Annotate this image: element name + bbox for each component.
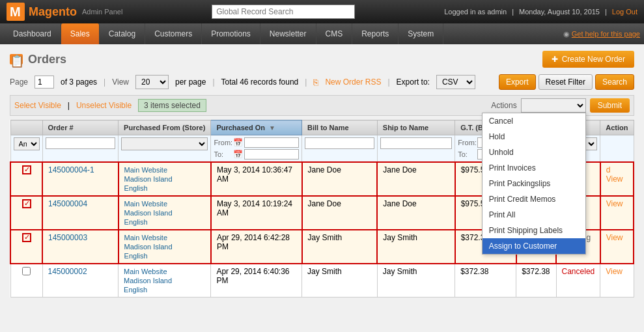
- search-button[interactable]: Search: [595, 74, 634, 90]
- th-purchased-from[interactable]: Purchased From (Store): [119, 120, 211, 135]
- action-print-shipping-labels[interactable]: Print Shipping Labels: [483, 223, 585, 238]
- select-visible-link[interactable]: Select Visible: [14, 101, 61, 110]
- action-assign-to-customer[interactable]: Assign to Customer: [483, 238, 585, 254]
- action-hold[interactable]: Hold: [483, 129, 585, 145]
- row3-checkbox[interactable]: [22, 233, 31, 242]
- page-title: Orders: [28, 53, 66, 66]
- row3-action: View: [600, 230, 634, 264]
- per-page-text: per page: [175, 77, 206, 87]
- filter-any-select[interactable]: Any: [14, 137, 40, 150]
- row4-date: Apr 29, 2014 6:40:36 PM: [211, 264, 302, 297]
- row2-store: Main WebsiteMadison IslandEnglish: [119, 196, 211, 230]
- unselect-visible-link[interactable]: Unselect Visible: [76, 101, 132, 110]
- row3-view-link[interactable]: View: [606, 233, 623, 242]
- nav-catalog[interactable]: Catalog: [100, 23, 145, 44]
- submit-button[interactable]: Submit: [590, 98, 630, 113]
- row4-action: View: [600, 264, 634, 297]
- logout-link[interactable]: Log Out: [612, 8, 637, 16]
- row4-status: Canceled: [556, 264, 600, 297]
- nav-newsletter[interactable]: Newsletter: [260, 23, 316, 44]
- filter-ship-input[interactable]: [380, 137, 452, 149]
- svg-text:M: M: [10, 5, 21, 19]
- row1-store-info: Main WebsiteMadison IslandEnglish: [124, 166, 173, 192]
- global-search-area: [122, 5, 444, 19]
- row4-view-link[interactable]: View: [606, 267, 623, 276]
- action-print-packingslips[interactable]: Print Packingslips: [483, 176, 585, 191]
- nav-bar: Dashboard Sales Catalog Customers Promot…: [0, 23, 644, 44]
- row3-bill: Jay Smith: [302, 230, 378, 264]
- from-cal-icon[interactable]: 📅: [233, 138, 243, 147]
- nav-sales[interactable]: Sales: [61, 23, 100, 44]
- action-print-invoices[interactable]: Print Invoices: [483, 160, 585, 176]
- filter-order-input[interactable]: [46, 137, 116, 149]
- actions-label: Actions: [491, 101, 516, 110]
- filter-bill-to: [302, 135, 378, 163]
- export-button[interactable]: Export: [499, 74, 536, 90]
- filter-from-date[interactable]: [244, 137, 299, 148]
- total-records-text: Total 46 records found: [221, 77, 299, 87]
- rss-link[interactable]: New Order RSS: [325, 77, 381, 87]
- row1-view-link[interactable]: d View: [606, 165, 623, 184]
- nav-dashboard[interactable]: Dashboard: [4, 23, 61, 44]
- th-ship-to[interactable]: Ship to Name: [377, 120, 455, 135]
- filter-bill-input[interactable]: [305, 137, 374, 149]
- action-unhold[interactable]: Unhold: [483, 145, 585, 160]
- row2-checkbox-cell: [10, 196, 42, 230]
- th-checkbox: [10, 120, 42, 135]
- action-print-credit-memos[interactable]: Print Credit Memos: [483, 191, 585, 207]
- th-purchased-on[interactable]: Purchased On ▼: [211, 120, 302, 135]
- row4-ship: Jay Smith: [377, 264, 455, 297]
- nav-promotions[interactable]: Promotions: [202, 23, 260, 44]
- action-cancel[interactable]: Cancel: [483, 113, 585, 129]
- th-order-num[interactable]: Order #: [42, 120, 119, 135]
- export-to-label: Export to:: [397, 77, 430, 87]
- row1-ship: Jane Doe: [377, 162, 455, 196]
- page-input[interactable]: [35, 76, 54, 89]
- export-format-select[interactable]: CSVExcel: [436, 75, 475, 89]
- section-title: 📋 Orders: [10, 53, 66, 66]
- nav-system[interactable]: System: [399, 23, 443, 44]
- row2-order-link[interactable]: 145000004: [48, 199, 87, 208]
- row1-bill: Jane Doe: [302, 162, 378, 196]
- orders-icon: 📋: [10, 54, 23, 64]
- row4-order-link[interactable]: 145000002: [48, 267, 87, 276]
- row3-order-link[interactable]: 145000003: [48, 233, 87, 242]
- row1-order-link[interactable]: 145000004-1: [48, 165, 94, 174]
- nav-customers[interactable]: Customers: [145, 23, 202, 44]
- row2-checkbox[interactable]: [22, 199, 31, 208]
- create-new-order-button[interactable]: ✚ Create New Order: [542, 51, 634, 68]
- actions-bar: Select Visible | Unselect Visible 3 item…: [10, 95, 634, 116]
- row4-order-num: 145000002: [42, 264, 119, 297]
- view-label: View: [112, 77, 129, 87]
- actions-select-wrapper: Cancel Hold Unhold Print Invoices Print …: [521, 98, 586, 113]
- filter-date: From: 📅 To: 📅: [211, 135, 302, 163]
- to-cal-icon[interactable]: 📅: [233, 150, 243, 159]
- separator: |: [512, 8, 514, 16]
- row3-checkbox-cell: [10, 230, 42, 264]
- global-search-input[interactable]: [212, 5, 355, 19]
- th-bill-to[interactable]: Bill to Name: [302, 120, 378, 135]
- row3-store-info: Main WebsiteMadison IslandEnglish: [124, 234, 173, 260]
- help-link[interactable]: Get help for this page: [572, 30, 640, 38]
- row3-order-num: 145000003: [42, 230, 119, 264]
- filter-store: [119, 135, 211, 163]
- actions-select[interactable]: [521, 98, 586, 113]
- row3-store: Main WebsiteMadison IslandEnglish: [119, 230, 211, 264]
- filter-store-select[interactable]: [121, 137, 208, 150]
- plus-icon: ✚: [552, 55, 558, 64]
- row1-checkbox[interactable]: [22, 165, 31, 174]
- row4-gt-base: $372.38: [455, 264, 516, 297]
- filter-checkbox-cell: Any: [10, 135, 42, 163]
- filter-to-date[interactable]: [244, 149, 299, 159]
- logo-text: Magento: [29, 5, 77, 19]
- reset-filter-button[interactable]: Reset Filter: [539, 74, 593, 90]
- nav-reports[interactable]: Reports: [352, 23, 399, 44]
- row4-checkbox[interactable]: [22, 267, 31, 275]
- row1-date: May 3, 2014 10:36:47 AM: [211, 162, 302, 196]
- per-page-select[interactable]: 2050100: [135, 75, 169, 89]
- nav-cms[interactable]: CMS: [316, 23, 353, 44]
- action-print-all[interactable]: Print All: [483, 207, 585, 223]
- row2-view-link[interactable]: View: [606, 199, 623, 208]
- toolbar: Page of 3 pages | View 2050100 per page …: [10, 74, 634, 90]
- section-header: 📋 Orders ✚ Create New Order: [10, 51, 634, 68]
